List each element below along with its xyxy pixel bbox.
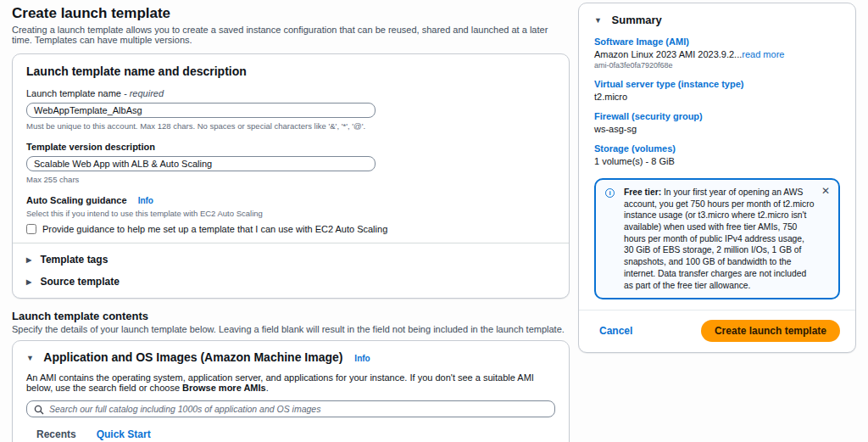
ami-tabs: Recents Quick Start [26,425,555,442]
software-image-ami-id: ami-0fa3fe0fa7920f68e [594,61,840,70]
free-tier-title: Free tier: [624,187,661,197]
summary-instance-type: Virtual server type (instance type) t2.m… [594,79,840,102]
source-template-expander[interactable]: ▶ Source template [26,271,555,293]
read-more-link[interactable]: read more [742,49,784,59]
autoscaling-guidance-label: Auto Scaling guidance Info [26,195,555,205]
page-subtitle: Creating a launch template allows you to… [12,25,570,45]
tab-recents[interactable]: Recents [26,425,86,442]
summary-storage: Storage (volumes) 1 volume(s) - 8 GiB [594,143,840,166]
template-name-help: Must be unique to this account. Max 128 … [26,121,555,131]
contents-subtitle: Specify the details of your launch templ… [12,324,570,334]
tab-quick-start[interactable]: Quick Start [86,425,161,442]
page: Create launch template Creating a launch… [0,0,868,442]
contents-title: Launch template contents [12,310,570,322]
instance-type-label: Virtual server type (instance type) [594,79,840,89]
free-tier-text: In your first year of opening an AWS acc… [624,187,814,290]
ami-info-link[interactable]: Info [354,354,370,363]
page-title: Create launch template [12,5,570,22]
autoscaling-checkbox-row: Provide guidance to help me set up a tem… [26,224,555,234]
summary-header[interactable]: ▼ Summary [594,14,840,26]
autoscaling-info-link[interactable]: Info [138,196,153,205]
chevron-down-icon: ▼ [594,16,602,25]
required-indicator: - required [124,88,164,98]
storage-value: 1 volume(s) - 8 GiB [594,156,840,166]
ami-images-card: ▼ Application and OS Images (Amazon Mach… [12,340,570,442]
free-tier-alert: i ✕ Free tier: In your first year of ope… [594,178,840,299]
summary-footer: Cancel Create launch template [594,320,840,342]
template-name-label: Launch template name - required [26,88,555,98]
ami-section-header[interactable]: ▼ Application and OS Images (Amazon Mach… [26,350,555,364]
ami-search [26,400,555,417]
summary-column: ▼ Summary Software Image (AMI) Amazon Li… [578,3,856,442]
search-icon [34,405,44,415]
summary-firewall: Firewall (security group) ws-asg-sg [594,111,840,134]
autoscaling-checkbox-label: Provide guidance to help me set up a tem… [42,224,387,234]
divider [13,243,569,243]
template-name-input[interactable] [26,103,376,118]
software-image-label: Software Image (AMI) [594,36,840,47]
chevron-right-icon: ▶ [26,256,31,264]
main-column: Create launch template Creating a launch… [12,0,570,442]
ami-search-input[interactable] [26,400,555,417]
summary-software-image: Software Image (AMI) Amazon Linux 2023 A… [594,36,840,70]
template-tags-expander[interactable]: ▶ Template tags [26,249,555,271]
close-icon[interactable]: ✕ [821,185,830,199]
version-description-input[interactable] [26,156,376,171]
cancel-button[interactable]: Cancel [599,325,632,337]
ami-description: An AMI contains the operating system, ap… [26,372,555,393]
version-description-label: Template version description [26,142,555,152]
firewall-label: Firewall (security group) [594,111,840,121]
firewall-value: ws-asg-sg [594,124,840,134]
version-description-help: Max 255 chars [26,175,555,184]
divider [579,310,855,311]
name-card-title: Launch template name and description [26,64,555,78]
software-image-value: Amazon Linux 2023 AMI 2023.9.2... [594,49,742,59]
autoscaling-guidance-help: Select this if you intend to use this te… [26,209,555,218]
instance-type-value: t2.micro [594,92,840,102]
autoscaling-guidance-checkbox[interactable] [26,224,36,234]
name-description-card: Launch template name and description Lau… [12,53,570,299]
chevron-down-icon: ▼ [26,354,34,362]
storage-label: Storage (volumes) [594,143,840,154]
summary-panel: ▼ Summary Software Image (AMI) Amazon Li… [578,3,856,353]
chevron-right-icon: ▶ [26,278,31,286]
info-icon: i [605,188,615,198]
create-launch-template-button[interactable]: Create launch template [701,320,840,342]
